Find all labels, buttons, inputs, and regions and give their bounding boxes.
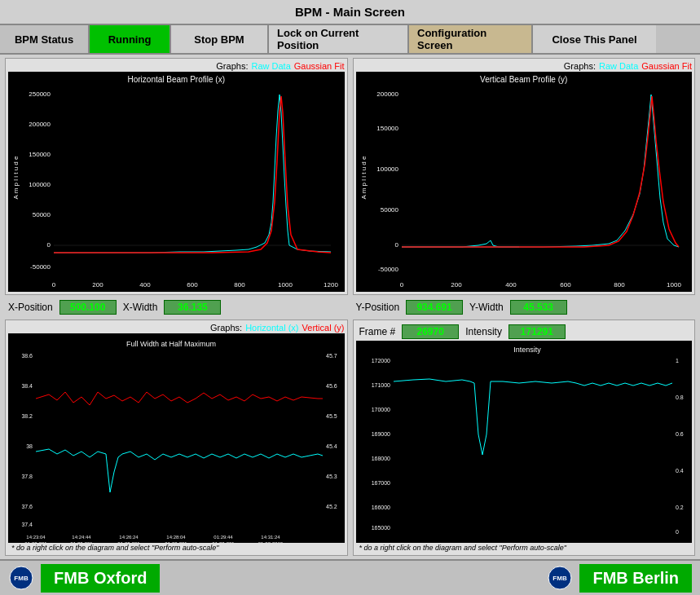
svg-text:14:26:24: 14:26:24: [480, 541, 500, 543]
svg-text:170000: 170000: [371, 406, 390, 412]
svg-text:0: 0: [399, 281, 403, 289]
svg-text:600: 600: [560, 281, 571, 289]
svg-text:14:26:24: 14:26:24: [119, 534, 139, 539]
running-button[interactable]: Running: [90, 25, 171, 53]
svg-text:50000: 50000: [33, 211, 51, 218]
fmb-berlin-logo: FMB FMB Berlin: [547, 564, 692, 593]
fmb-berlin-text: FMB Berlin: [579, 564, 692, 593]
svg-text:45.6: 45.6: [326, 382, 337, 388]
svg-text:200: 200: [451, 281, 462, 289]
svg-text:150000: 150000: [29, 151, 51, 158]
fwhm-panel: Graphs: Horizontal (x) Vertical (y) Full…: [5, 320, 348, 557]
svg-text:172000: 172000: [371, 357, 390, 363]
fwhm-chart-svg: Full Width at Half Maximum 38.6 38.4 38.…: [8, 333, 345, 544]
x-position-label: X-Position: [8, 302, 53, 313]
svg-text:1000: 1000: [667, 281, 681, 289]
svg-text:168000: 168000: [371, 455, 390, 461]
intensity-value: 171291: [508, 324, 566, 339]
svg-text:45.7: 45.7: [326, 352, 337, 358]
svg-text:38.2: 38.2: [21, 412, 33, 418]
lock-position-button[interactable]: Lock on Current Position: [269, 25, 409, 53]
svg-text:14:24:44: 14:24:44: [432, 541, 451, 543]
svg-text:14:28:04: 14:28:04: [528, 541, 548, 543]
svg-text:FMB: FMB: [553, 575, 568, 582]
svg-text:1200: 1200: [324, 281, 338, 289]
svg-text:150000: 150000: [376, 125, 398, 132]
v-graphs-label: Graphs:: [564, 61, 596, 71]
svg-text:37.8: 37.8: [21, 473, 33, 478]
svg-text:01:29:44: 01:29:44: [576, 541, 596, 543]
svg-text:0: 0: [676, 528, 679, 534]
svg-text:400: 400: [505, 281, 517, 289]
configuration-screen-button[interactable]: Configuration Screen: [409, 25, 533, 53]
y-width-value: 45.533: [510, 300, 567, 315]
v-chart-legend: Graphs: Raw Data Gaussian Fit: [356, 61, 693, 71]
svg-text:0.2: 0.2: [676, 504, 684, 509]
svg-text:0.6: 0.6: [676, 430, 684, 436]
fwhm-graphs-label: Graphs:: [210, 323, 242, 333]
page-title: BPM - Main Screen: [0, 0, 700, 24]
svg-text:0: 0: [52, 281, 56, 289]
h-chart-svg: 250000 200000 150000 100000 50000 0 -500…: [8, 72, 345, 292]
svg-rect-47: [36, 348, 323, 529]
svg-text:14:24:44: 14:24:44: [72, 534, 91, 539]
close-panel-button[interactable]: Close This Panel: [533, 25, 656, 53]
frame-metrics: Frame # 26970 Intensity 171291: [356, 323, 693, 341]
intensity-chart-canvas: Intensity 172000 171000 170000 169000 16…: [356, 341, 693, 544]
svg-text:45.2: 45.2: [326, 503, 337, 509]
svg-text:250000: 250000: [29, 90, 51, 98]
intensity-hint: * do a right click on the diagram and se…: [356, 543, 693, 553]
v-gaussian-label: Gaussian Fit: [641, 61, 692, 71]
metrics-row-1: X-Position 500.100 X-Width 36.135 Y-Posi…: [5, 298, 695, 316]
svg-text:01-23-201: 01-23-201: [70, 540, 93, 543]
top-charts-row: Graphs: Raw Data Gaussian Fit Horizontal…: [5, 58, 695, 295]
stop-bpm-button[interactable]: Stop BPM: [171, 25, 269, 53]
x-width-label: X-Width: [123, 302, 158, 313]
svg-text:38: 38: [26, 443, 33, 448]
v-metrics: Y-Position 934.691 Y-Width 45.533: [353, 298, 696, 316]
bottom-charts-row: Graphs: Horizontal (x) Vertical (y) Full…: [5, 320, 695, 557]
svg-text:100000: 100000: [376, 165, 398, 173]
svg-text:400: 400: [139, 281, 151, 289]
svg-text:14:23:04: 14:23:04: [384, 541, 403, 543]
footer: FMB FMB Oxford FMB FMB Berlin: [0, 559, 700, 595]
svg-text:A m p l i t u d e: A m p l i t u d e: [12, 156, 20, 199]
x-position-value: 500.100: [59, 300, 117, 315]
svg-text:800: 800: [614, 281, 625, 289]
svg-text:200000: 200000: [29, 121, 51, 128]
fmb-oxford-logo: FMB FMB Oxford: [8, 564, 160, 593]
svg-text:01-23-201: 01-23-201: [212, 540, 235, 543]
svg-text:01-23-2015: 01-23-2015: [258, 540, 284, 543]
intensity-chart-svg: Intensity 172000 171000 170000 169000 16…: [356, 341, 693, 544]
frame-value: 26970: [402, 324, 459, 339]
svg-text:45.4: 45.4: [326, 443, 337, 448]
toolbar: BPM Status Running Stop BPM Lock on Curr…: [0, 24, 700, 55]
svg-rect-75: [394, 355, 672, 536]
svg-text:45.5: 45.5: [326, 412, 337, 418]
fwhm-hint: * do a right click on the diagram and se…: [8, 543, 345, 553]
svg-text:Intensity: Intensity: [513, 346, 541, 354]
x-width-value: 36.135: [164, 300, 221, 315]
svg-text:50000: 50000: [380, 206, 398, 214]
h-graphs-label: Graphs:: [216, 61, 248, 71]
h-chart-legend: Graphs: Raw Data Gaussian Fit: [8, 61, 345, 71]
svg-text:38.6: 38.6: [21, 352, 33, 358]
svg-text:800: 800: [234, 281, 245, 289]
y-position-value: 934.691: [406, 300, 463, 315]
svg-text:169000: 169000: [371, 430, 390, 436]
svg-text:01:29:44: 01:29:44: [214, 534, 233, 539]
svg-text:14:23:04: 14:23:04: [26, 534, 46, 539]
svg-text:0.4: 0.4: [676, 467, 684, 473]
svg-text:200: 200: [92, 281, 103, 289]
bpm-status-label: BPM Status: [0, 25, 90, 53]
fwhm-vertical-label: Vertical (y): [302, 323, 345, 333]
svg-text:166000: 166000: [371, 504, 390, 509]
svg-text:100000: 100000: [29, 181, 51, 188]
h-raw-label: Raw Data: [251, 61, 290, 71]
svg-text:FMB: FMB: [14, 575, 29, 582]
h-gaussian-label: Gaussian Fit: [294, 61, 345, 71]
svg-text:0: 0: [394, 241, 398, 249]
intensity-label: Intensity: [465, 326, 502, 337]
svg-text:14:31:24: 14:31:24: [261, 534, 280, 539]
svg-text:01-23-201: 01-23-201: [24, 540, 47, 543]
